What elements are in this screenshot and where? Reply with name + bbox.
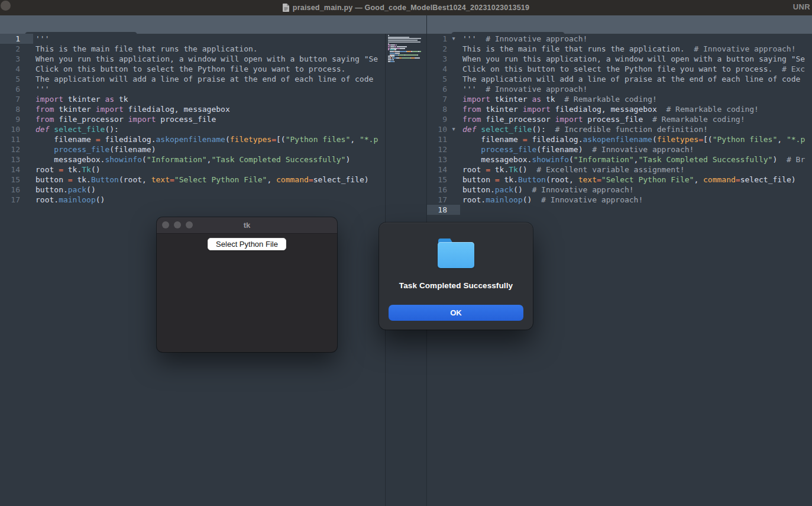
code-line: 9from file_processor import process_file bbox=[0, 114, 385, 124]
token-str: "Python files" bbox=[713, 135, 778, 144]
fold-spacer bbox=[447, 54, 460, 64]
code-text: messagebox.showinfo("Information","Task … bbox=[460, 154, 805, 165]
select-python-file-button[interactable]: Select Python File bbox=[208, 238, 286, 250]
fold-spacer bbox=[447, 175, 460, 185]
minimap-row bbox=[388, 49, 426, 50]
minimap-row bbox=[388, 46, 426, 47]
line-number: 6 bbox=[0, 84, 20, 94]
minimap-bar bbox=[407, 51, 411, 52]
minimap-bar bbox=[418, 54, 418, 56]
code-line: 17root.mainloop() bbox=[0, 195, 385, 205]
token-doc: The application will add a line of prais… bbox=[35, 75, 373, 83]
fold-spacer bbox=[20, 114, 33, 124]
line-number: 2 bbox=[427, 44, 447, 54]
token-str: "*.p bbox=[787, 135, 805, 144]
token-txt: tkinter bbox=[54, 105, 95, 114]
gutter: 6 bbox=[0, 84, 33, 94]
fold-spacer bbox=[20, 64, 33, 74]
token-txt: filename bbox=[35, 135, 96, 144]
code-line: 6''' bbox=[0, 84, 385, 94]
token-op: = bbox=[597, 175, 601, 184]
token-fn: Button bbox=[518, 175, 546, 184]
document-icon bbox=[283, 4, 289, 12]
line-number: 14 bbox=[0, 165, 20, 175]
fold-spacer bbox=[20, 74, 33, 84]
token-fn: mainloop bbox=[59, 195, 96, 204]
code-line: 8from tkinter import filedialog, message… bbox=[427, 104, 812, 114]
token-fn: mainloop bbox=[486, 195, 523, 204]
info-dialog: Task Completed Successfully OK bbox=[379, 223, 533, 330]
token-kw: import bbox=[128, 115, 156, 124]
token-com: # Innovative approach! bbox=[476, 34, 587, 43]
line-number: 12 bbox=[0, 144, 20, 154]
code-text: from file_processor import process_file … bbox=[460, 114, 745, 124]
line-number: 8 bbox=[0, 104, 20, 114]
tk-zoom-button[interactable] bbox=[186, 221, 193, 228]
token-txt: root. bbox=[35, 195, 59, 204]
gutter: 18 bbox=[427, 205, 460, 215]
code-text: When you run this application, a window … bbox=[33, 54, 378, 64]
token-kw: import bbox=[35, 95, 63, 104]
line-number: 5 bbox=[0, 74, 20, 84]
code-text: This is the main file that runs the appl… bbox=[460, 44, 796, 54]
tk-close-button[interactable] bbox=[162, 221, 169, 228]
token-txt: (filename) bbox=[536, 145, 583, 154]
token-txt: (root, bbox=[546, 175, 578, 184]
line-number: 2 bbox=[0, 44, 20, 54]
token-str: "Task Completed Successfully" bbox=[638, 155, 772, 164]
code-line: 9from file_processor import process_file… bbox=[427, 114, 812, 124]
gutter: 10 bbox=[0, 124, 33, 134]
token-txt: () bbox=[91, 165, 101, 174]
code-text: from file_processor import process_file bbox=[33, 114, 216, 124]
minimap-bar bbox=[388, 41, 420, 43]
gutter: 15 bbox=[0, 175, 33, 185]
line-number: 4 bbox=[427, 64, 447, 74]
tk-title-bar[interactable]: tk bbox=[157, 217, 337, 234]
token-kw: import bbox=[555, 115, 583, 124]
token-txt: ( bbox=[569, 155, 574, 164]
token-op: = bbox=[59, 165, 63, 174]
window-title-group: praised_main.py — Good_code_ModelBest102… bbox=[0, 0, 812, 15]
code-line: 2This is the main file that runs the app… bbox=[427, 44, 812, 54]
code-text: root = tk.Tk() bbox=[33, 165, 101, 175]
minimap-row bbox=[388, 44, 426, 46]
token-fn: showinfo bbox=[532, 155, 569, 164]
tk-minimize-button[interactable] bbox=[174, 221, 181, 228]
code-line: 16button.pack() bbox=[0, 185, 385, 195]
code-line: 15button = tk.Button(root, text="Select … bbox=[427, 175, 812, 185]
title-bar: praised_main.py — Good_code_ModelBest102… bbox=[0, 0, 812, 15]
code-text: filename = filedialog.askopenfilename(fi… bbox=[460, 134, 805, 144]
minimap-row bbox=[388, 59, 426, 60]
line-number: 12 bbox=[427, 144, 447, 154]
fold-spacer bbox=[20, 175, 33, 185]
line-number: 8 bbox=[427, 104, 447, 114]
code-text: Click on this button to select the Pytho… bbox=[460, 64, 805, 74]
token-com: # Innovative approach! bbox=[523, 185, 634, 194]
minimap-row bbox=[388, 54, 426, 56]
code-text: def select_file(): bbox=[33, 124, 119, 134]
fold-arrow-icon[interactable]: ▼ bbox=[447, 34, 460, 44]
token-txt: () bbox=[96, 195, 105, 204]
token-txt: root. bbox=[462, 195, 486, 204]
token-arg: command bbox=[276, 175, 309, 184]
fold-spacer bbox=[20, 165, 33, 175]
token-txt: tk. bbox=[63, 165, 82, 174]
gutter: 12 bbox=[427, 144, 460, 154]
gutter: 3 bbox=[0, 54, 33, 64]
minimap-row bbox=[388, 51, 426, 52]
minimap-bar bbox=[395, 53, 400, 54]
window-title: praised_main.py — Good_code_ModelBest102… bbox=[293, 4, 529, 12]
line-number: 11 bbox=[0, 134, 20, 144]
ok-button[interactable]: OK bbox=[389, 305, 523, 321]
token-txt: tk. bbox=[73, 175, 91, 184]
gutter: 10▼ bbox=[427, 124, 460, 134]
code-line: 14root = tk.Tk() bbox=[0, 165, 385, 175]
fold-spacer bbox=[447, 114, 460, 124]
token-op: = bbox=[271, 135, 276, 144]
token-doc: Click on this button to select the Pytho… bbox=[35, 65, 345, 73]
minimap-row bbox=[388, 56, 426, 57]
code-line: 2This is the main file that runs the app… bbox=[0, 44, 385, 54]
fold-arrow-icon[interactable]: ▼ bbox=[447, 124, 460, 134]
token-com: # Remarkable coding! bbox=[657, 105, 759, 114]
code-line: 13 messagebox.showinfo("Information","Ta… bbox=[0, 154, 385, 165]
